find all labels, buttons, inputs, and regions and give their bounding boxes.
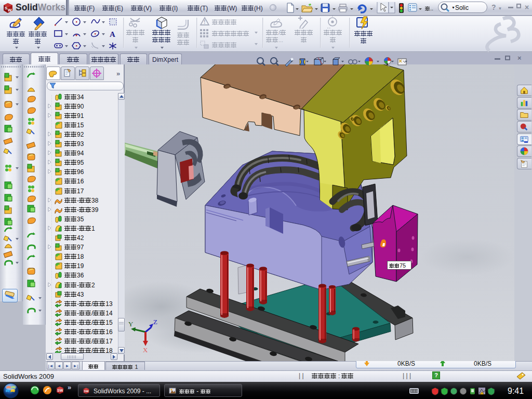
svg-text:SW: SW (57, 389, 63, 392)
svg-text:Z: Z (153, 318, 157, 326)
svg-text:SW: SW (84, 390, 89, 393)
svg-text:Y: Y (128, 320, 134, 328)
svg-text:!: ! (204, 19, 206, 25)
svg-text:X: X (143, 346, 148, 353)
svg-text:W: W (8, 8, 12, 12)
